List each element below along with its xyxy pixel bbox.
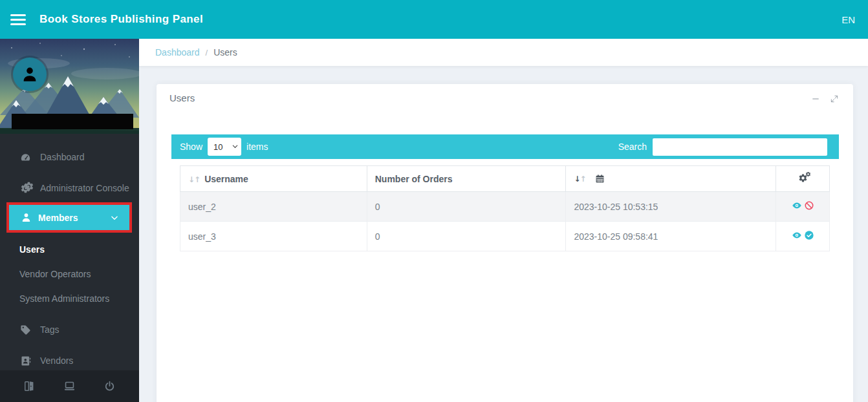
table-row: user_3 0 2023-10-25 09:58:41 xyxy=(180,222,830,251)
cell-orders: 0 xyxy=(367,222,566,251)
column-header-username[interactable]: ↓↑Username xyxy=(180,166,367,192)
page-size-control: Show 10 items xyxy=(180,138,268,156)
sidebar-footer xyxy=(0,370,139,402)
show-label: Show xyxy=(180,142,202,152)
page-size-select[interactable]: 10 xyxy=(208,138,241,156)
search-control: Search xyxy=(618,138,827,156)
sidebar-item-vendors[interactable]: Vendors xyxy=(18,352,134,369)
view-eye-icon[interactable] xyxy=(792,200,802,211)
app-title: Book Stores Publishing Panel xyxy=(39,13,203,26)
table-row: user_2 0 2023-10-25 10:53:15 xyxy=(180,192,830,222)
breadcrumb-current: Users xyxy=(213,47,237,58)
column-header-actions xyxy=(776,166,830,192)
language-selector[interactable]: EN xyxy=(841,0,855,39)
ban-icon[interactable] xyxy=(804,200,814,211)
cell-actions xyxy=(776,192,830,222)
main-content: Users Show 10 items Search xyxy=(139,66,868,402)
cell-created-at: 2023-10-25 09:58:41 xyxy=(566,222,776,251)
user-avatar[interactable] xyxy=(13,58,47,91)
sidebar-subitem-vendor-operators[interactable]: Vendor Operators xyxy=(19,268,91,280)
sidebar-item-label: Members xyxy=(38,213,78,223)
users-table: ↓↑Username Number of Orders ↓↑ xyxy=(180,165,830,251)
hamburger-menu-icon[interactable] xyxy=(10,9,27,30)
cell-username: user_2 xyxy=(180,192,367,222)
breadcrumb: Dashboard / Users xyxy=(139,39,868,66)
sidebar-item-label: Dashboard xyxy=(40,152,85,162)
cell-created-at: 2023-10-25 10:53:15 xyxy=(566,192,776,222)
cell-actions xyxy=(776,222,830,251)
search-label: Search xyxy=(618,142,647,152)
sidebar: Dashboard Administrator Console Members … xyxy=(0,39,139,402)
card-title: Users xyxy=(169,92,195,103)
cogs-icon xyxy=(798,173,808,183)
cell-orders: 0 xyxy=(367,192,566,222)
view-eye-icon[interactable] xyxy=(792,230,802,240)
door-exit-icon[interactable] xyxy=(23,380,36,392)
redacted-username-bar xyxy=(12,114,133,129)
column-header-number-of-orders[interactable]: Number of Orders xyxy=(367,166,566,192)
chevron-down-icon xyxy=(110,213,119,222)
sidebar-item-label: Administrator Console xyxy=(40,183,129,193)
top-bar: Book Stores Publishing Panel EN xyxy=(0,0,868,39)
collapse-icon[interactable] xyxy=(811,94,820,103)
card-tools xyxy=(811,94,839,103)
sort-icon: ↓↑ xyxy=(188,175,200,184)
tachometer-icon xyxy=(18,152,32,163)
datatable-toolbar: Show 10 items Search xyxy=(171,134,839,159)
user-icon xyxy=(21,212,32,223)
check-circle-icon[interactable] xyxy=(804,230,814,240)
sort-icon: ↓↑ xyxy=(574,175,585,184)
address-book-icon xyxy=(18,355,32,366)
power-icon[interactable] xyxy=(103,380,116,392)
expand-icon[interactable] xyxy=(830,94,839,103)
sidebar-item-label: Vendors xyxy=(40,355,73,366)
search-input[interactable] xyxy=(653,138,827,156)
sidebar-item-administrator-console[interactable]: Administrator Console xyxy=(18,180,134,196)
sidebar-item-tags[interactable]: Tags xyxy=(18,321,134,338)
sidebar-item-dashboard[interactable]: Dashboard xyxy=(18,149,134,165)
sidebar-item-members-active[interactable]: Members xyxy=(6,202,132,233)
sidebar-subitem-system-administrators[interactable]: System Administrators xyxy=(19,292,109,305)
users-card: Users Show 10 items Search xyxy=(157,84,853,402)
laptop-icon[interactable] xyxy=(63,380,76,392)
cogs-icon xyxy=(18,183,32,194)
calendar-icon xyxy=(595,174,605,184)
cell-username: user_3 xyxy=(180,222,367,251)
breadcrumb-separator: / xyxy=(206,48,208,58)
breadcrumb-link-dashboard[interactable]: Dashboard xyxy=(155,47,200,58)
column-header-created-date[interactable]: ↓↑ xyxy=(566,166,776,192)
table-header-row: ↓↑Username Number of Orders ↓↑ xyxy=(180,166,830,192)
profile-banner xyxy=(0,39,139,134)
tag-icon xyxy=(18,324,32,335)
user-avatar-icon xyxy=(21,65,39,83)
sidebar-subitem-users[interactable]: Users xyxy=(19,243,45,256)
sidebar-item-label: Tags xyxy=(40,324,60,335)
items-label: items xyxy=(246,142,268,152)
